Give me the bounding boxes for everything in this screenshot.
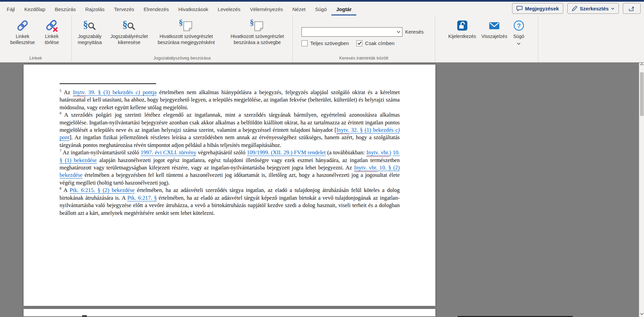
ribbon-tab-bar: FájlKezdőlapBeszúrásRajzolásTervezésElre… <box>0 0 644 15</box>
group-label-jogszabalyszoveg: Jogszabályszöveg beszúrása <box>72 55 292 62</box>
unlock-padlock-icon <box>456 18 468 33</box>
legal-reference-link[interactable]: Ptk. 6:217. § <box>127 195 157 201</box>
insert-cited-text-into-text-button[interactable]: § Hivatkozott szövegrészlet beszúrása a … <box>222 17 292 45</box>
tab-jogtár[interactable]: Jogtár <box>331 3 356 15</box>
document-page[interactable]: 5 Az Inytv. 39. § (3) bekezdés c) pontja… <box>24 65 435 306</box>
help-button[interactable]: ? Súgó <box>511 17 526 46</box>
insert-cited-text-as-comment-label: Hivatkozott szövegrészlet beszúrása megj… <box>152 34 221 45</box>
ribbon-group-linkek: Linkek beillesztése Linkek törlése Linke… <box>0 15 72 62</box>
footnote-text: értelmében a bejegyzésben fel kell tünte… <box>60 172 400 186</box>
ribbon-group-jogszabalyszoveg: § Jogszabály megnyitása § Jogszabályrész… <box>72 15 293 62</box>
footnote-7: 7 Az ingatlan-nyilvántartásról szóló 199… <box>60 149 400 187</box>
legal-reference-link[interactable]: Inytv. <box>336 127 349 133</box>
footnote-text: ]. Az ingatlan fizikai jellemzőinek rész… <box>60 134 400 148</box>
legal-reference-link[interactable]: pont <box>60 134 70 141</box>
next-page-separator-fragment <box>82 315 87 316</box>
chevron-down-icon[interactable] <box>517 40 521 46</box>
legal-reference-link[interactable]: 32. § (1) bekezdés <box>349 127 395 133</box>
legal-reference-link[interactable]: c) <box>136 89 140 96</box>
section-page-icon: § <box>179 18 194 33</box>
footnote-text: Az <box>64 89 73 95</box>
footnote-number: 7 <box>60 149 62 153</box>
tab-rajzolás[interactable]: Rajzolás <box>80 3 109 15</box>
checkbox-unchecked-icon[interactable] <box>301 40 308 46</box>
delete-links-button[interactable]: Linkek törlése <box>39 17 65 45</box>
footnote-separator-line <box>60 83 156 84</box>
comments-button[interactable]: Megjegyzések <box>512 3 563 14</box>
help-label: Súgó <box>513 34 524 40</box>
chevron-down-icon <box>611 7 614 10</box>
footnote-number: 8 <box>60 187 62 191</box>
open-law-label: Jogszabály megnyitása <box>73 34 107 45</box>
insert-links-button[interactable]: Linkek beillesztése <box>6 17 39 45</box>
ribbon-group-kereses: Keresés Teljes szövegben Csak címben K <box>293 15 435 62</box>
tab-nézet[interactable]: Nézet <box>288 3 310 15</box>
share-icon <box>629 6 635 11</box>
tab-fájl[interactable]: Fájl <box>2 3 20 15</box>
chain-link-icon <box>16 18 29 33</box>
tab-kezdőlap[interactable]: Kezdőlap <box>20 3 50 15</box>
legal-reference-link[interactable]: Inytv. vhr. <box>366 149 389 156</box>
full-text-checkbox[interactable]: Teljes szövegben <box>301 40 349 46</box>
full-text-checkbox-label: Teljes szövegben <box>310 40 349 46</box>
tab-súgó[interactable]: Súgó <box>310 3 331 15</box>
footnote-6: 6 A szerződés polgári jog szerinti létéh… <box>60 111 400 149</box>
footnote-5: 5 Az Inytv. 39. § (3) bekezdés c) pontja… <box>60 89 400 111</box>
ribbon-jogtar: Linkek beillesztése Linkek törlése Linke… <box>0 15 644 63</box>
logout-button[interactable]: Kijelentkezés <box>447 17 477 40</box>
find-law-section-button[interactable]: § Jogszabályrészlet kikeresése <box>108 17 151 45</box>
section-search-icon: § <box>122 18 137 33</box>
share-button[interactable] <box>623 3 641 14</box>
editing-mode-button[interactable]: Szerkesztés <box>567 3 619 14</box>
chain-link-delete-icon <box>45 18 58 33</box>
insert-cited-text-into-text-label: Hivatkozott szövegrészlet beszúrása a sz… <box>223 34 291 45</box>
help-question-icon: ? <box>513 18 525 33</box>
tab-elrendezés[interactable]: Elrendezés <box>139 3 174 15</box>
legal-reference-link[interactable]: c) <box>395 127 400 133</box>
svg-text:?: ? <box>517 22 521 29</box>
next-page-top-edge[interactable] <box>24 309 435 316</box>
footnote-8: 8 A Ptk. 6:215. § (2) bekezdése értelméb… <box>60 187 400 217</box>
search-input[interactable] <box>302 28 395 36</box>
title-only-checkbox[interactable]: Csak címben <box>356 40 395 46</box>
footnotes: 5 Az Inytv. 39. § (3) bekezdés c) pontja… <box>60 89 400 217</box>
insert-links-label: Linkek beillesztése <box>8 34 37 45</box>
feedback-label: Visszajelzés <box>481 34 507 40</box>
legal-reference-link[interactable]: Inytv. vhr. <box>354 164 377 171</box>
legal-reference-link[interactable]: 109/1999. (XII. 29.) FVM rendelet <box>247 149 326 156</box>
section-page-icon: § <box>250 18 265 33</box>
group-label-linkek: Linkek <box>0 55 71 62</box>
checkbox-checked-icon[interactable] <box>356 40 362 46</box>
scrollbar-thumb[interactable] <box>640 72 644 116</box>
section-search-icon: § <box>82 18 97 33</box>
insert-cited-text-as-comment-button[interactable]: § Hivatkozott szövegrészlet beszúrása me… <box>150 17 222 45</box>
legal-reference-link[interactable]: pontja <box>140 89 156 96</box>
legal-reference-link[interactable]: ) <box>389 149 391 156</box>
envelope-icon <box>488 18 501 33</box>
feedback-button[interactable]: Visszajelzés <box>480 17 509 40</box>
delete-links-label: Linkek törlése <box>40 34 64 45</box>
tab-tervezés[interactable]: Tervezés <box>109 3 139 15</box>
word-application-window: FájlKezdőlapBeszúrásRajzolásTervezésElre… <box>0 0 644 317</box>
title-accent-strip <box>0 0 644 2</box>
ribbon-group-account: Kijelentkezés Visszajelzés ? Súgó <box>435 15 538 62</box>
logout-label: Kijelentkezés <box>448 34 476 40</box>
scroll-down-icon[interactable] <box>639 311 644 317</box>
search-combobox[interactable] <box>301 27 402 37</box>
tab-hivatkozások[interactable]: Hivatkozások <box>174 3 213 15</box>
tab-beszúrás[interactable]: Beszúrás <box>50 3 81 15</box>
scroll-up-icon[interactable] <box>639 62 644 68</box>
vertical-scrollbar[interactable] <box>639 63 644 317</box>
legal-reference-link[interactable]: 39. § (3) bekezdés <box>86 89 136 96</box>
open-law-button[interactable]: § Jogszabály megnyitása <box>72 17 108 45</box>
comment-icon <box>516 6 523 11</box>
combobox-dropdown-icon[interactable] <box>395 31 402 33</box>
legal-reference-link[interactable]: Ptk. 6:215. § (2) bekezdése <box>70 187 135 194</box>
legal-reference-link[interactable]: Inytv. <box>73 89 86 96</box>
search-label: Keresés <box>405 29 424 35</box>
comments-button-label: Megjegyzések <box>525 6 559 11</box>
tab-véleményezés[interactable]: Véleményezés <box>245 3 288 15</box>
footnote-number: 5 <box>60 88 62 92</box>
legal-reference-link[interactable]: 1997. évi CXLI. törvény <box>141 149 196 156</box>
tab-levelezés[interactable]: Levelezés <box>213 3 245 15</box>
